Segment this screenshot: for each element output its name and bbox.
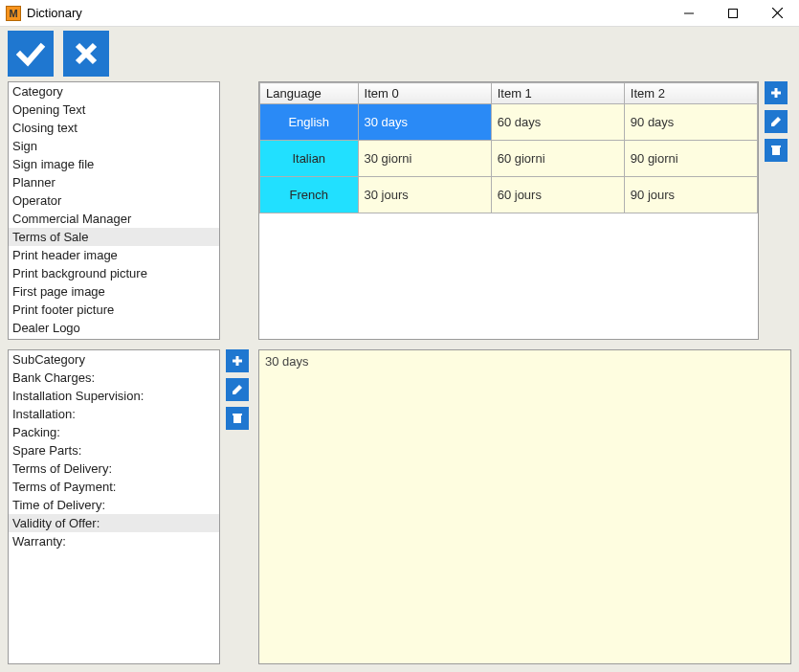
plus-icon — [769, 86, 783, 100]
close-icon — [772, 8, 783, 18]
list-item[interactable]: Print background picture — [9, 264, 219, 282]
column-header[interactable]: Item 0 — [358, 83, 491, 104]
plus-icon — [231, 354, 244, 368]
list-item[interactable]: Commercial Manager — [9, 210, 219, 228]
window-title: Dictionary — [27, 6, 82, 20]
list-item[interactable]: Terms of Delivery: — [9, 459, 219, 478]
grid-add-button[interactable] — [765, 81, 788, 104]
list-item[interactable]: Terms of Payment: — [9, 478, 219, 496]
language-cell[interactable]: English — [260, 104, 359, 141]
table-row: French30 jours60 jours90 jours — [260, 177, 758, 213]
list-item[interactable]: Warranty: — [9, 532, 219, 550]
data-cell[interactable]: 90 days — [624, 104, 757, 141]
list-item[interactable]: Validity of Offer: — [9, 514, 219, 532]
list-item[interactable]: Spare Parts: — [9, 441, 219, 459]
list-item[interactable]: Dealer Logo — [9, 319, 219, 337]
list-item[interactable]: Operator — [9, 191, 219, 210]
grid-actions — [765, 81, 791, 162]
list-item[interactable]: Sign — [9, 137, 219, 155]
list-item[interactable]: Bank Charges: — [9, 369, 219, 387]
toolbar — [0, 27, 799, 79]
translation-grid-panel: LanguageItem 0Item 1Item 2English30 days… — [258, 81, 759, 340]
pencil-icon — [769, 115, 783, 128]
data-cell[interactable]: 60 jours — [491, 177, 624, 213]
grid-edit-button[interactable] — [765, 110, 788, 133]
list-item[interactable]: Planner — [9, 173, 219, 191]
data-cell[interactable]: 60 giorni — [491, 141, 624, 177]
subcategory-add-button[interactable] — [226, 349, 249, 372]
subcategory-edit-button[interactable] — [226, 378, 249, 401]
svg-rect-1 — [729, 9, 738, 17]
detail-panel[interactable]: 30 days — [258, 349, 791, 664]
translation-grid[interactable]: LanguageItem 0Item 1Item 2English30 days… — [259, 82, 758, 213]
table-row: English30 days60 days90 days — [260, 104, 758, 141]
svg-rect-9 — [233, 414, 242, 415]
check-icon — [14, 37, 47, 70]
column-header[interactable]: Language — [260, 83, 359, 104]
list-item[interactable]: Opening Text — [9, 101, 219, 119]
list-item[interactable]: Time of Delivery: — [9, 496, 219, 514]
language-cell[interactable]: French — [260, 177, 359, 213]
list-item[interactable]: Closing text — [9, 119, 219, 137]
data-cell[interactable]: 60 days — [491, 104, 624, 141]
list-item[interactable]: Print header image — [9, 246, 219, 264]
category-header: Category — [9, 82, 219, 101]
category-list[interactable]: CategoryOpening TextClosing textSignSign… — [9, 82, 219, 339]
minimize-icon — [684, 9, 694, 18]
trash-icon — [231, 412, 244, 425]
x-icon — [70, 37, 102, 70]
title-bar: M Dictionary — [0, 0, 799, 27]
list-item[interactable]: Sign image file — [9, 155, 219, 173]
list-item[interactable]: Installation Supervision: — [9, 387, 219, 405]
cancel-button[interactable] — [63, 31, 109, 77]
subcategory-actions — [226, 349, 253, 430]
list-item[interactable]: First page image — [9, 282, 219, 301]
ok-button[interactable] — [8, 31, 54, 77]
pencil-icon — [231, 383, 244, 396]
data-cell[interactable]: 90 giorni — [624, 141, 757, 177]
data-cell[interactable]: 30 days — [358, 104, 491, 141]
subcategory-header: SubCategory — [9, 350, 219, 369]
svg-rect-13 — [771, 146, 781, 147]
data-cell[interactable]: 30 giorni — [358, 141, 491, 177]
grid-delete-button[interactable] — [765, 139, 788, 162]
detail-text: 30 days — [265, 354, 309, 369]
close-button[interactable] — [755, 0, 799, 27]
list-item[interactable]: Print footer picture — [9, 301, 219, 319]
list-item[interactable]: Order Type — [9, 337, 219, 339]
list-item[interactable]: Installation: — [9, 405, 219, 423]
subcategory-panel: SubCategoryBank Charges:Installation Sup… — [8, 349, 220, 664]
list-item[interactable]: Terms of Sale — [9, 228, 219, 246]
table-row: Italian30 giorni60 giorni90 giorni — [260, 141, 758, 177]
trash-icon — [769, 144, 783, 157]
language-cell[interactable]: Italian — [260, 141, 359, 177]
minimize-button[interactable] — [667, 0, 711, 27]
column-header[interactable]: Item 2 — [624, 83, 757, 104]
list-item[interactable]: Packing: — [9, 423, 219, 441]
subcategory-list[interactable]: SubCategoryBank Charges:Installation Sup… — [9, 350, 219, 663]
data-cell[interactable]: 30 jours — [358, 177, 491, 213]
svg-rect-8 — [233, 415, 241, 423]
column-header[interactable]: Item 1 — [491, 83, 624, 104]
subcategory-delete-button[interactable] — [226, 407, 249, 430]
maximize-icon — [728, 9, 738, 18]
maximize-button[interactable] — [711, 0, 755, 27]
app-logo-icon: M — [6, 6, 21, 21]
category-panel: CategoryOpening TextClosing textSignSign… — [8, 81, 220, 340]
svg-rect-12 — [772, 147, 780, 155]
data-cell[interactable]: 90 jours — [624, 177, 757, 213]
